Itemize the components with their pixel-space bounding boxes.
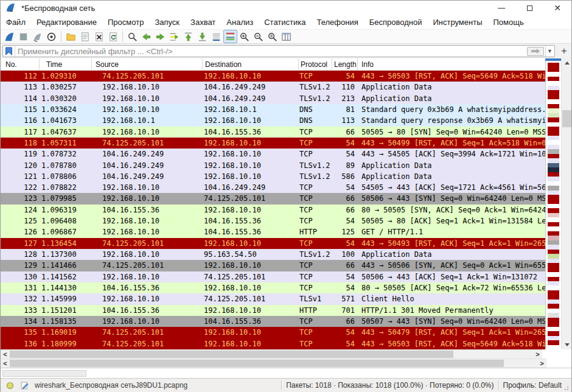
minimize-button[interactable]: — — [487, 1, 515, 15]
horizontal-scrollbar-thumb[interactable] — [10, 351, 453, 358]
menu-item[interactable]: Беспроводной — [364, 15, 428, 29]
menu-item[interactable]: Помощь — [488, 15, 529, 29]
filter-bookmark-icon[interactable] — [3, 46, 15, 57]
cell-dst: 104.16.155.36 — [203, 316, 299, 327]
go-back-icon[interactable] — [139, 30, 153, 43]
packet-row[interactable]: 1291.14146674.125.205.101192.168.10.10TC… — [1, 260, 545, 271]
menu-item[interactable]: Статистика — [259, 15, 311, 29]
packet-row[interactable]: 1261.096867192.168.10.10104.16.155.36HTT… — [1, 226, 545, 237]
apply-filter-icon[interactable] — [527, 47, 544, 56]
resize-columns-icon[interactable] — [279, 30, 293, 43]
packet-row[interactable]: 1211.078806104.16.249.249192.168.10.10TL… — [1, 171, 545, 182]
packet-row[interactable]: 1301.141562192.168.10.1074.125.205.101TC… — [1, 271, 545, 282]
packet-row[interactable]: 1321.145999192.168.10.1074.125.205.101TL… — [1, 293, 545, 304]
add-filter-button[interactable]: + — [559, 45, 570, 57]
menu-item[interactable]: Телефония — [311, 15, 363, 29]
go-forward-icon[interactable] — [153, 30, 167, 43]
packet-row[interactable]: 1331.151201104.16.155.36192.168.10.10HTT… — [1, 305, 545, 316]
cell-no: 136 — [1, 338, 40, 349]
colorize-packets-icon[interactable] — [223, 30, 237, 43]
packet-row[interactable]: 1191.078732104.16.249.249192.168.10.10TC… — [1, 149, 545, 159]
packet-row[interactable]: 1341.158135192.168.10.10104.16.155.36TCP… — [1, 316, 545, 327]
menu-item[interactable]: Запуск — [149, 15, 185, 29]
scroll-left-icon[interactable]: < — [1, 359, 10, 368]
menu-item[interactable]: Анализ — [221, 15, 259, 29]
capture-options-icon[interactable] — [44, 30, 58, 43]
go-last-packet-icon[interactable] — [195, 30, 209, 43]
column-header[interactable]: Info — [358, 58, 545, 70]
go-first-packet-icon[interactable] — [181, 30, 195, 43]
cell-len: 54 — [332, 182, 358, 193]
zoom-normal-icon[interactable] — [265, 30, 279, 43]
packet-row[interactable]: 1361.18099974.125.205.101192.168.10.10TC… — [1, 338, 545, 349]
zoom-out-icon[interactable] — [251, 30, 265, 43]
packet-row[interactable]: 1251.096408192.168.10.10104.16.155.36TCP… — [1, 215, 545, 226]
cell-time: 1.145999 — [40, 293, 92, 304]
close-file-icon[interactable] — [92, 30, 106, 43]
profile-label[interactable]: Профиль: Default — [503, 381, 562, 390]
column-header[interactable]: Source — [92, 58, 203, 70]
packet-row[interactable]: 1231.079985192.168.10.1074.125.205.101TC… — [1, 193, 545, 204]
menu-item[interactable]: Инструменты — [427, 15, 487, 29]
packet-row[interactable]: 1161.041673192.168.10.1192.168.10.10DNS1… — [1, 115, 545, 126]
packet-row[interactable]: 1271.13645474.125.205.101192.168.10.10TC… — [1, 238, 545, 249]
start-capture-icon[interactable] — [2, 30, 16, 43]
capture-comment-icon[interactable] — [20, 381, 29, 390]
packet-row[interactable]: 1351.16901974.125.205.101192.168.10.10TC… — [1, 327, 545, 338]
resize-grip[interactable] — [564, 385, 570, 391]
maximize-button[interactable] — [515, 1, 543, 15]
column-header[interactable]: Length — [332, 58, 358, 70]
cell-time: 1.141466 — [40, 260, 92, 271]
menu-item[interactable]: Захват — [185, 15, 221, 29]
horizontal-scrollbar-pane[interactable]: < > — [1, 359, 546, 368]
zoom-in-icon[interactable] — [237, 30, 251, 43]
packet-list-header: No.TimeSourceDestinationProtocolLengthIn… — [1, 58, 545, 71]
packet-row[interactable]: 1201.078780104.16.249.249192.168.10.10TL… — [1, 160, 545, 171]
scroll-up-icon[interactable] — [562, 58, 572, 68]
auto-scroll-icon[interactable] — [209, 30, 223, 43]
packet-row[interactable]: 1281.137300192.168.10.1095.163.54.50TLSv… — [1, 249, 545, 260]
menu-item[interactable]: Редактирование — [31, 15, 102, 29]
filter-dropdown-icon[interactable]: ▼ — [545, 46, 554, 57]
column-header[interactable]: Destination — [203, 58, 299, 70]
column-header[interactable]: Time — [40, 58, 92, 70]
save-file-icon[interactable] — [78, 30, 92, 43]
packet-row[interactable]: 1181.05731174.125.205.101192.168.10.10TC… — [1, 138, 545, 149]
reload-file-icon[interactable] — [106, 30, 120, 43]
cell-no: 116 — [1, 115, 40, 126]
packet-minimap[interactable] — [545, 58, 561, 349]
packet-row[interactable]: 1131.030257192.168.10.10104.16.249.249TL… — [1, 82, 545, 93]
scroll-down-icon[interactable] — [562, 340, 572, 349]
horizontal-scrollbar-list[interactable]: < > — [1, 349, 542, 359]
cell-info: 443 → 50479 [RST, ACK] Seq=1 Ack=1 Win=2… — [358, 327, 545, 338]
minimap-stripe — [548, 131, 559, 136]
vertical-scrollbar[interactable] — [561, 58, 571, 349]
display-filter-input[interactable] — [15, 47, 527, 56]
packet-row[interactable]: 1311.144130104.16.155.36192.168.10.10TCP… — [1, 282, 545, 293]
scroll-right-icon[interactable]: > — [533, 350, 542, 359]
scroll-right-icon[interactable]: > — [537, 359, 546, 368]
packet-row[interactable]: 1121.02931074.125.205.101192.168.10.10TC… — [1, 71, 545, 82]
packet-row[interactable]: 1171.047637192.168.10.10104.16.155.36TCP… — [1, 127, 545, 138]
packet-row[interactable]: 1221.078822192.168.10.10104.16.249.249TC… — [1, 182, 545, 193]
open-file-icon[interactable] — [64, 30, 78, 43]
packet-row[interactable]: 1151.033624192.168.10.10192.168.10.1DNS8… — [1, 104, 545, 115]
expert-info-icon[interactable] — [5, 381, 15, 390]
cell-src: 104.16.249.249 — [92, 171, 203, 182]
stop-capture-icon[interactable] — [16, 30, 30, 43]
wireshark-fin-icon[interactable] — [5, 2, 17, 13]
find-packet-icon[interactable] — [125, 30, 139, 43]
column-header[interactable]: Protocol — [299, 58, 332, 70]
close-button[interactable]: ✕ — [543, 1, 571, 15]
scroll-left-icon[interactable]: < — [1, 350, 10, 359]
horizontal-scrollbar-thumb[interactable] — [10, 360, 504, 367]
cell-src: 192.168.10.10 — [92, 293, 203, 304]
vertical-scrollbar-thumb[interactable] — [562, 110, 571, 127]
packet-row[interactable]: 1141.030320192.168.10.10104.16.249.249TL… — [1, 93, 545, 104]
go-to-packet-icon[interactable] — [167, 30, 181, 43]
restart-capture-icon[interactable] — [30, 30, 44, 43]
packet-row[interactable]: 1241.096319104.16.155.36192.168.10.10TCP… — [1, 205, 545, 215]
menu-item[interactable]: Файл — [1, 15, 31, 29]
menu-item[interactable]: Просмотр — [102, 15, 149, 29]
column-header[interactable]: No. — [1, 58, 40, 70]
